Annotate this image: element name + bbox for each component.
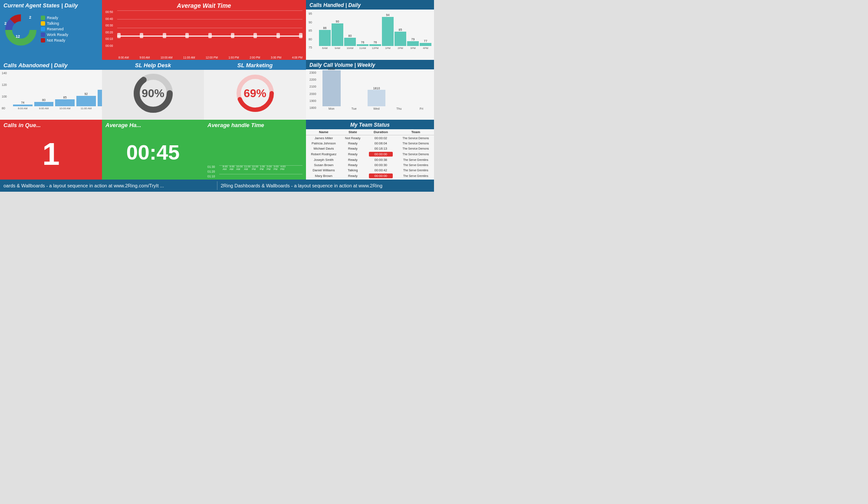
weekly-bar-thu: Thu: [390, 106, 408, 110]
row-name: Joseph Smith: [306, 157, 342, 162]
row-state: Ready: [342, 141, 364, 146]
legend-talking: Talking: [41, 21, 68, 26]
avg-handle-abbrev-value: 00:45: [102, 130, 204, 164]
calls-in-queue-value: 1: [0, 130, 102, 172]
row-team: The Service Demons: [398, 135, 434, 141]
legend-reserved-dot: [41, 27, 45, 31]
legend-ready-dot: [41, 16, 45, 20]
avg-wait-title: Average Wait Time: [102, 0, 306, 10]
row-duration: 00:00:00: [364, 151, 398, 157]
sl-marketing-value: 69%: [243, 87, 266, 100]
avg-handle-abbrev-panel: Average Ha... 00:45: [102, 120, 204, 180]
calls-in-queue-panel: Calls in Que... 1: [0, 120, 102, 180]
row-state: Not Ready: [342, 135, 364, 141]
ch-bar-77: 77 4PM: [420, 39, 431, 49]
team-status-panel: My Team Status Name State Duration Team …: [306, 120, 434, 180]
team-row-0: James Miller Not Ready 00:00:02 The Serv…: [306, 135, 434, 141]
team-row-4: Joseph Smith Ready 00:00:38 The Serve Gr…: [306, 157, 434, 162]
ch-bars: 86 8AM 90 9AM 80 10AM 76 11AM: [319, 11, 431, 49]
weekly-bar-tue: Tue: [345, 106, 363, 110]
row-duration: 00:00:02: [364, 135, 398, 141]
row-team: The Service Demons: [398, 151, 434, 157]
team-status-title: My Team Status: [306, 120, 434, 129]
daily-call-volume-panel: Daily Call Volume | Weekly 2300 2200 210…: [306, 60, 434, 120]
team-row-2: Michael Davis Ready 00:16:13 The Service…: [306, 146, 434, 151]
row-team: The Serve Gremlins: [398, 173, 434, 179]
donut-label-ready: 12: [16, 34, 20, 39]
ch-bar-86: 86 8AM: [319, 26, 331, 49]
sl-helpdesk-title: SL Help Desk: [102, 60, 204, 70]
weekly-bars: 2222 Mon Tue 1810 Wed Thu: [309, 71, 431, 110]
duration-normal: 00:06:04: [375, 141, 387, 145]
row-duration: 00:00:00: [364, 173, 398, 179]
col-team: Team: [398, 129, 434, 135]
row-team: The Service Demons: [398, 141, 434, 146]
row-duration: 00:06:04: [364, 141, 398, 146]
row-name: Robert Rodriguez: [306, 151, 342, 157]
agent-states-panel: Current Agent States | Daily 12 2 2: [0, 0, 102, 60]
team-row-5: Susan Brown Ready 00:00:30 The Serve Gre…: [306, 162, 434, 167]
avg-handle-time-panel: Average handle Time 01:30 01:20 01:10 01…: [204, 120, 306, 180]
col-duration: Duration: [364, 129, 398, 135]
ch-bar-85: 85 2PM: [395, 28, 406, 49]
ab-bar-92: 92 11:00 AM: [76, 92, 96, 110]
legend-talking-dot: [41, 21, 45, 26]
ch-bar-80: 80 10AM: [344, 34, 356, 49]
legend-workready-dot: [41, 33, 45, 37]
sl-helpdesk-gauge: 90%: [102, 70, 204, 117]
row-name: James Miller: [306, 135, 342, 141]
ch-bar-76a: 76 11AM: [357, 41, 368, 49]
avg-handle-abbrev-title: Average Ha...: [102, 120, 204, 130]
row-team: The Service Demons: [398, 146, 434, 151]
duration-normal: 00:00:38: [375, 158, 387, 162]
footer-text-right: 2Ring Dashboards & Wallboards - a layout…: [217, 183, 434, 188]
calls-handled-panel: Calls Handled | Daily 95 90 85 80 75 86 …: [306, 0, 434, 60]
row-team: The Serve Gremlins: [398, 157, 434, 162]
row-duration: 00:00:38: [364, 157, 398, 162]
ch-bar-76b: 76 12PM: [369, 41, 381, 49]
ab-bar-85: 85 10:00 AM: [55, 96, 75, 110]
row-state: Ready: [342, 157, 364, 162]
legend-reserved: Reserved: [41, 27, 68, 31]
calls-handled-title: Calls Handled | Daily: [306, 0, 434, 10]
duration-normal: 00:00:42: [375, 168, 387, 172]
legend-notready-label: Not Ready: [47, 38, 66, 43]
row-team: The Serve Gremlins: [398, 162, 434, 167]
legend-talking-label: Talking: [47, 21, 59, 26]
duration-highlight: 00:00:00: [369, 152, 393, 157]
legend-work-ready: Work Ready: [41, 33, 68, 37]
row-state: Ready: [342, 162, 364, 167]
grid-lines: [117, 10, 302, 45]
sl-helpdesk-value: 90%: [141, 87, 164, 100]
calls-in-queue-title: Calls in Que...: [0, 120, 102, 130]
data-points: [117, 33, 302, 38]
ab-bar-74: 74 8:00 AM: [13, 101, 33, 110]
avg-handle-time-title: Average handle Time: [204, 120, 306, 130]
sl-helpdesk-panel: SL Help Desk 90%: [102, 60, 204, 120]
team-table: Name State Duration Team James Miller No…: [306, 129, 434, 180]
ab-bar-80: 80 9:00 AM: [34, 98, 54, 110]
legend: Ready Talking Reserved Work Ready Not Re…: [41, 16, 68, 43]
weekly-bar-fri: Fri: [412, 106, 431, 110]
footer-panel: oards & Wallboards - a layout sequence i…: [0, 180, 434, 192]
duration-normal: 00:00:30: [375, 163, 387, 167]
sl-marketing-panel: SL Marketing 69%: [204, 60, 306, 120]
col-name: Name: [306, 129, 342, 135]
y-axis-labels: 00:50 00:40 00:30 00:20 00:10 00:00: [105, 10, 113, 47]
col-state: State: [342, 129, 364, 135]
row-duration: 00:00:30: [364, 162, 398, 167]
row-name: Susan Brown: [306, 162, 342, 167]
avg-wait-panel: Average Wait Time 00:50 00:40 00:30 00:2…: [102, 0, 306, 60]
handle-grid-lines: [219, 165, 302, 180]
row-name: Mary Brown: [306, 173, 342, 179]
donut-label-not-ready: 2: [29, 15, 31, 20]
sl-marketing-title: SL Marketing: [204, 60, 306, 70]
legend-ready-label: Ready: [47, 16, 58, 20]
team-row-3: Robert Rodriguez Ready 00:00:00 The Serv…: [306, 151, 434, 157]
agent-states-body: 12 2 2 Ready Talking Reserved: [0, 10, 102, 48]
x-axis-labels: 8:00 AM 9:00 AM 10:00 AM 11:00 AM 12:00 …: [102, 56, 306, 59]
sl-marketing-gauge: 69%: [204, 70, 306, 117]
ch-y-axis: 95 90 85 80 75: [309, 12, 312, 49]
avg-wait-chart: 00:50 00:40 00:30 00:20 00:10 00:00: [102, 10, 306, 59]
row-duration: 00:16:13: [364, 146, 398, 151]
